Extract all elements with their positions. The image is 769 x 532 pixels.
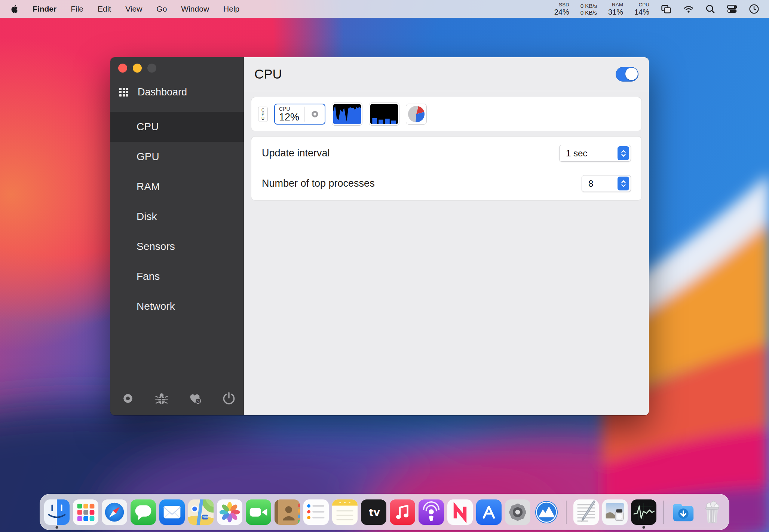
- dock-activity-monitor-icon[interactable]: [631, 499, 656, 525]
- widget-cpu-value: 12%: [279, 112, 299, 122]
- svg-text:tv: tv: [369, 507, 380, 518]
- dock-podcasts-icon[interactable]: [419, 499, 444, 525]
- sidebar-item-dashboard[interactable]: Dashboard: [110, 85, 244, 100]
- page-title: CPU: [254, 67, 282, 82]
- menu-go[interactable]: Go: [149, 0, 174, 18]
- menu-bar-status: SSD 24% 0 KB/s 0 KB/s RAM 31% CPU 14%: [554, 0, 769, 18]
- svg-text:$: $: [197, 399, 199, 403]
- menu-view[interactable]: View: [118, 0, 149, 18]
- dock-photos-icon[interactable]: [217, 499, 242, 525]
- settings-gear-icon[interactable]: [121, 391, 135, 406]
- minimize-button[interactable]: [133, 64, 142, 73]
- sidebar-module-list: CPU GPU RAM Disk Sensors Fans Network: [110, 112, 244, 321]
- widget-option-mini-text[interactable]: CPU: [258, 107, 268, 122]
- top-processes-label: Number of top processes: [262, 178, 375, 189]
- top-processes-select[interactable]: 8: [582, 175, 631, 192]
- zoom-button-disabled[interactable]: [147, 64, 156, 73]
- running-indicator: [643, 526, 645, 529]
- apple-logo-icon: [10, 4, 18, 13]
- settings-card: Update interval 1 sec Number of top proc…: [251, 137, 641, 200]
- stepper-icon: [618, 146, 629, 160]
- dock-music-icon[interactable]: [390, 499, 415, 525]
- stats-preferences-window: Dashboard CPU GPU RAM Disk Sensors Fans …: [110, 57, 649, 415]
- menu-bar-left: Finder File Edit View Go Window Help: [0, 0, 246, 18]
- pane-header: CPU: [244, 57, 649, 91]
- sidebar-item-fans[interactable]: Fans: [110, 262, 244, 291]
- menu-window[interactable]: Window: [174, 0, 216, 18]
- status-ram[interactable]: RAM 31%: [608, 2, 623, 16]
- update-interval-select[interactable]: 1 sec: [559, 145, 631, 162]
- sidebar-item-ram[interactable]: RAM: [110, 172, 244, 202]
- sidebar: Dashboard CPU GPU RAM Disk Sensors Fans …: [110, 57, 244, 415]
- spotlight-search-icon[interactable]: [705, 4, 715, 14]
- dock: 280: [40, 494, 729, 530]
- dock-reminders-icon[interactable]: [303, 499, 329, 525]
- donate-heart-icon[interactable]: $: [188, 391, 202, 406]
- status-network-speed[interactable]: 0 KB/s 0 KB/s: [580, 3, 597, 15]
- update-interval-row: Update interval 1 sec: [262, 138, 631, 168]
- widget-picker-card: CPU CPU 12%: [251, 97, 641, 131]
- top-processes-row: Number of top processes 8: [262, 168, 631, 199]
- toggle-knob: [625, 68, 638, 80]
- power-quit-icon[interactable]: [222, 391, 236, 406]
- dock-notes-icon[interactable]: [332, 499, 358, 525]
- control-center-icon[interactable]: [726, 4, 738, 14]
- dock-appstore-icon[interactable]: [476, 499, 502, 525]
- widget-cpu-label: CPU: [279, 106, 299, 111]
- dashboard-grid-icon: [119, 88, 128, 97]
- dock-messages-icon[interactable]: [131, 499, 156, 525]
- widget-settings-gear-icon[interactable]: [310, 109, 320, 119]
- menu-bar: Finder File Edit View Go Window Help SSD…: [0, 0, 769, 18]
- module-enabled-toggle[interactable]: [616, 67, 638, 82]
- bar-chart-bars: [372, 118, 396, 124]
- wifi-icon[interactable]: [683, 4, 694, 13]
- dock-divider: [566, 501, 567, 524]
- running-indicator: [56, 526, 58, 529]
- sidebar-item-gpu[interactable]: GPU: [110, 142, 244, 172]
- widget-option-bar-chart[interactable]: [369, 103, 399, 126]
- sidebar-item-disk[interactable]: Disk: [110, 202, 244, 232]
- dock-trash-icon[interactable]: [699, 499, 725, 525]
- bug-report-icon[interactable]: [154, 391, 169, 406]
- apple-menu[interactable]: [0, 4, 25, 13]
- dashboard-label: Dashboard: [138, 86, 187, 98]
- line-chart-area: [333, 106, 361, 124]
- dock-tv-icon[interactable]: tv: [361, 499, 386, 525]
- dock-maps-icon[interactable]: 280: [188, 499, 214, 525]
- update-interval-label: Update interval: [262, 147, 330, 159]
- clock-icon[interactable]: [749, 4, 759, 14]
- dock-launchpad-icon[interactable]: [73, 499, 98, 525]
- menu-app-name[interactable]: Finder: [25, 0, 64, 18]
- svg-text:280: 280: [202, 516, 208, 519]
- sidebar-item-cpu[interactable]: CPU: [110, 112, 244, 142]
- dock-contacts-icon[interactable]: [275, 499, 300, 525]
- stepper-icon: [618, 177, 629, 190]
- widget-option-text-selected[interactable]: CPU 12%: [274, 104, 325, 125]
- dock-mail-icon[interactable]: [159, 499, 185, 525]
- sidebar-item-sensors[interactable]: Sensors: [110, 232, 244, 262]
- dock-news-icon[interactable]: [447, 499, 473, 525]
- dock-textedit-icon[interactable]: [573, 499, 599, 525]
- close-button[interactable]: [118, 64, 127, 73]
- status-ssd[interactable]: SSD 24%: [554, 2, 569, 16]
- widget-option-pie-chart[interactable]: [406, 104, 427, 125]
- sidebar-footer: $: [110, 391, 244, 415]
- dock-facetime-icon[interactable]: [246, 499, 271, 525]
- dock-stats-icon[interactable]: [534, 499, 559, 525]
- status-cpu[interactable]: CPU 14%: [634, 2, 649, 16]
- dock-preview-icon[interactable]: [602, 499, 628, 525]
- dock-safari-icon[interactable]: [102, 499, 127, 525]
- main-pane: CPU CPU CPU 12%: [244, 57, 649, 415]
- sidebar-item-network[interactable]: Network: [110, 291, 244, 321]
- menu-file[interactable]: File: [64, 0, 91, 18]
- traffic-lights: [118, 64, 244, 73]
- dock-divider: [663, 501, 664, 524]
- widget-option-line-chart[interactable]: [332, 103, 362, 126]
- menu-help[interactable]: Help: [216, 0, 246, 18]
- menu-edit[interactable]: Edit: [91, 0, 118, 18]
- screen-mirroring-icon[interactable]: [661, 4, 672, 14]
- dock-system-preferences-icon[interactable]: [505, 499, 530, 525]
- dock-downloads-folder-icon[interactable]: [671, 499, 696, 525]
- dock-finder-icon[interactable]: [44, 499, 70, 525]
